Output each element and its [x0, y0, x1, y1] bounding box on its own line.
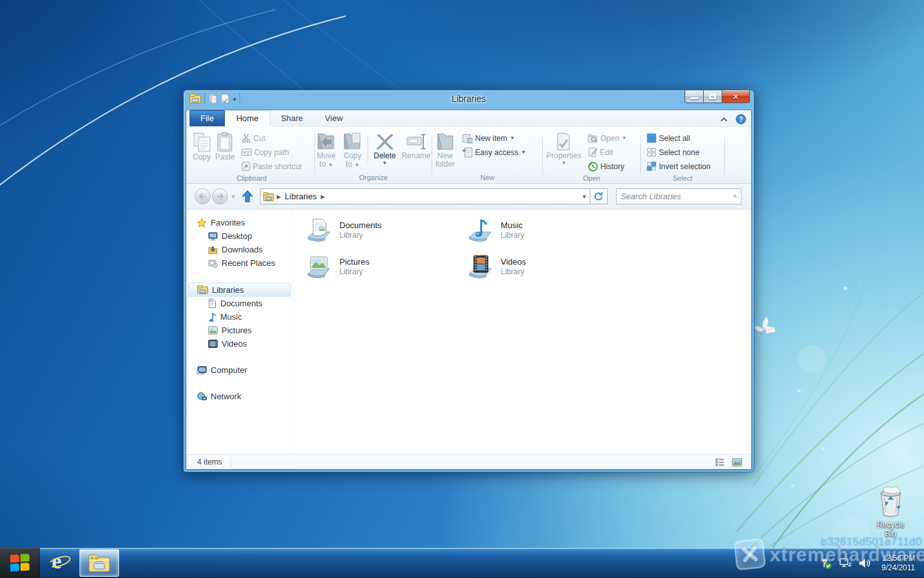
- breadcrumb-arrow-icon[interactable]: ▶: [321, 194, 325, 200]
- usb-device-icon[interactable]: [820, 557, 832, 570]
- breadcrumb-libraries[interactable]: Libraries: [284, 192, 318, 201]
- new-folder-icon: [435, 132, 455, 151]
- network-status-icon[interactable]: [838, 557, 852, 569]
- taskbar-item-explorer[interactable]: [79, 549, 119, 577]
- invert-selection-button[interactable]: Invert selection: [645, 160, 713, 173]
- library-tile-pictures[interactable]: Pictures Library: [304, 251, 461, 283]
- taskbar-clock[interactable]: 12:56 PM 9/24/2011: [877, 554, 918, 573]
- chevron-down-icon: ▼: [510, 136, 515, 141]
- address-row: ▼ ▶ Libraries ▶ ▼: [186, 184, 751, 210]
- search-icon[interactable]: [733, 192, 737, 201]
- copy-button[interactable]: Copy: [190, 131, 213, 163]
- edit-button[interactable]: Edit: [586, 145, 629, 159]
- breadcrumb-folder-icon: [263, 192, 274, 201]
- music-library-icon: [466, 215, 495, 245]
- help-icon[interactable]: ?: [736, 114, 746, 124]
- select-none-icon: [647, 147, 656, 157]
- minimize-button[interactable]: [685, 90, 704, 103]
- tab-share[interactable]: Share: [270, 111, 314, 126]
- address-bar[interactable]: ▶ Libraries ▶ ▼: [260, 188, 590, 204]
- forward-button[interactable]: [212, 188, 228, 204]
- new-folder-button[interactable]: New folder: [434, 131, 457, 170]
- group-label-select: Select: [642, 173, 723, 184]
- library-tile-videos[interactable]: Videos Library: [466, 251, 622, 283]
- ribbon-separator: [640, 132, 641, 181]
- copy-to-icon: [342, 132, 362, 151]
- search-input[interactable]: [620, 192, 733, 201]
- tab-file[interactable]: File: [190, 110, 225, 126]
- recent-pages-dropdown-icon[interactable]: ▼: [231, 194, 236, 200]
- titlebar[interactable]: ▾ Libraries ✕: [184, 90, 754, 110]
- paste-shortcut-button[interactable]: Paste shortcut: [239, 160, 304, 173]
- paste-shortcut-icon: [241, 161, 250, 171]
- caption-buttons: ✕: [685, 90, 750, 103]
- details-view-button[interactable]: [713, 457, 726, 468]
- address-dropdown-icon[interactable]: ▼: [581, 194, 587, 200]
- sidebar-item-music[interactable]: Music: [186, 310, 293, 324]
- sidebar-item-favorites[interactable]: Favorites: [186, 216, 293, 229]
- file-type: Library: [501, 267, 526, 277]
- sidebar-item-pictures[interactable]: Pictures: [186, 324, 293, 337]
- status-bar: 4 items: [186, 454, 751, 469]
- ribbon-separator: [542, 132, 543, 181]
- select-none-button[interactable]: Select none: [645, 145, 713, 159]
- recycle-bin[interactable]: Recycle Bin: [872, 484, 909, 538]
- up-button[interactable]: [240, 189, 255, 204]
- copy-path-button[interactable]: Copy path: [239, 145, 304, 159]
- forward-arrow-icon: [216, 193, 224, 200]
- taskbar: e: [0, 548, 924, 578]
- computer-icon: [197, 366, 207, 375]
- back-arrow-icon: [199, 193, 207, 200]
- properties-button[interactable]: Properties ▼: [544, 131, 583, 167]
- sidebar-label: Documents: [220, 299, 263, 308]
- copy-to-button[interactable]: Copy to ▼: [340, 131, 364, 170]
- file-type: Library: [339, 267, 369, 277]
- group-label-open: Open: [544, 173, 639, 184]
- sidebar-item-network[interactable]: Network: [186, 390, 293, 403]
- sidebar-item-recent-places[interactable]: Recent Places: [186, 256, 293, 270]
- start-button[interactable]: [0, 548, 40, 578]
- sidebar-item-downloads[interactable]: Downloads: [186, 243, 293, 256]
- sidebar-item-documents[interactable]: Documents: [186, 297, 293, 310]
- easy-access-button[interactable]: Easy access ▼: [460, 145, 528, 159]
- open-button[interactable]: Open ▼: [586, 131, 629, 145]
- network-icon: [197, 392, 207, 401]
- close-button[interactable]: ✕: [722, 90, 750, 103]
- collapse-ribbon-icon[interactable]: [720, 117, 728, 122]
- sidebar-item-desktop[interactable]: Desktop: [186, 229, 293, 243]
- maximize-button[interactable]: [704, 90, 722, 103]
- ribbon-tab-row: File Home Share View ?: [186, 110, 751, 127]
- library-tile-documents[interactable]: Documents Library: [304, 214, 461, 246]
- sidebar-item-libraries[interactable]: Libraries: [188, 283, 291, 297]
- sidebar-item-videos[interactable]: Videos: [186, 337, 293, 351]
- sidebar-label: Computer: [211, 365, 247, 375]
- sidebar-item-computer[interactable]: Computer: [186, 363, 293, 377]
- files-pane[interactable]: Documents Library: [293, 210, 751, 454]
- taskbar-item-internet-explorer[interactable]: e: [40, 548, 79, 578]
- volume-icon[interactable]: [858, 557, 871, 569]
- tab-view[interactable]: View: [314, 111, 353, 126]
- large-icons-view-button[interactable]: [731, 457, 743, 468]
- picture-icon: [208, 326, 218, 334]
- history-button[interactable]: History: [586, 160, 629, 173]
- chevron-down-icon: ▼: [561, 161, 566, 166]
- breadcrumb-arrow-icon[interactable]: ▶: [277, 194, 281, 200]
- refresh-button[interactable]: [590, 188, 608, 204]
- ribbon-group-new: New folder New item ▼: [434, 129, 541, 183]
- paste-button[interactable]: Paste: [213, 131, 237, 163]
- rename-button[interactable]: Rename: [400, 131, 432, 161]
- properties-icon: [555, 132, 572, 151]
- back-button[interactable]: [195, 188, 211, 204]
- delete-button[interactable]: Delete ▼: [371, 131, 398, 167]
- cut-button[interactable]: Cut: [239, 131, 304, 145]
- search-box[interactable]: [616, 188, 742, 204]
- select-all-button[interactable]: Select all: [645, 131, 713, 145]
- clock-date: 9/24/2011: [882, 563, 916, 573]
- move-to-button[interactable]: Move to ▼: [314, 131, 338, 170]
- library-tile-music[interactable]: Music Library: [466, 214, 622, 246]
- chevron-down-icon: ▼: [328, 162, 333, 168]
- desktop[interactable]: b32615d501a711d0 Recycle Bin: [0, 0, 924, 578]
- ribbon-separator: [724, 132, 725, 181]
- new-item-button[interactable]: New item ▼: [460, 131, 528, 145]
- tab-home[interactable]: Home: [225, 110, 270, 127]
